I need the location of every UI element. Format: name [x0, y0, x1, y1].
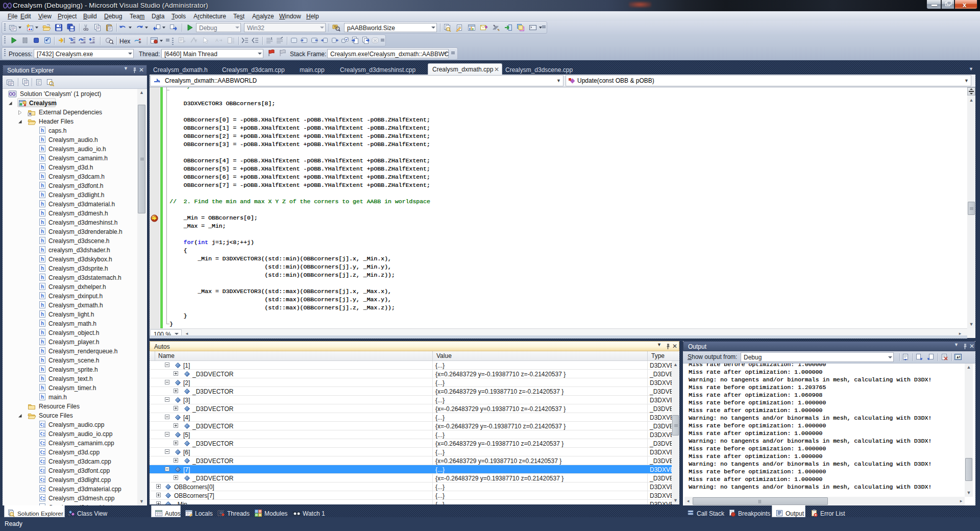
svg-text:h: h	[41, 321, 44, 326]
svg-text:h: h	[41, 174, 44, 179]
svg-text:h: h	[41, 311, 44, 317]
svg-text:h: h	[41, 155, 44, 161]
svg-text:h: h	[41, 229, 44, 234]
svg-text:h: h	[41, 192, 44, 198]
svg-text:h: h	[41, 376, 44, 381]
svg-text:h: h	[41, 146, 44, 152]
svg-text:h: h	[41, 238, 44, 244]
svg-text:h: h	[41, 137, 44, 142]
svg-text:h: h	[41, 183, 44, 188]
svg-text:h: h	[41, 128, 44, 133]
svg-text:h: h	[41, 164, 44, 170]
svg-text:A: A	[215, 38, 218, 43]
svg-text:h: h	[41, 275, 44, 280]
svg-text:h: h	[41, 201, 44, 207]
svg-text:h: h	[41, 348, 44, 354]
svg-text:h: h	[41, 339, 44, 345]
svg-text:h: h	[41, 284, 44, 289]
svg-text:h: h	[41, 220, 44, 225]
svg-text:h: h	[41, 330, 44, 335]
svg-text:h: h	[41, 210, 44, 216]
svg-text:h: h	[41, 394, 44, 400]
svg-text:h: h	[41, 266, 44, 271]
svg-text:h: h	[41, 256, 44, 262]
svg-text:h: h	[41, 247, 44, 253]
svg-text:h: h	[41, 293, 44, 299]
svg-text:h: h	[41, 367, 44, 372]
svg-text:h: h	[41, 357, 44, 363]
svg-text:h: h	[41, 302, 44, 308]
svg-text:h: h	[41, 385, 44, 391]
